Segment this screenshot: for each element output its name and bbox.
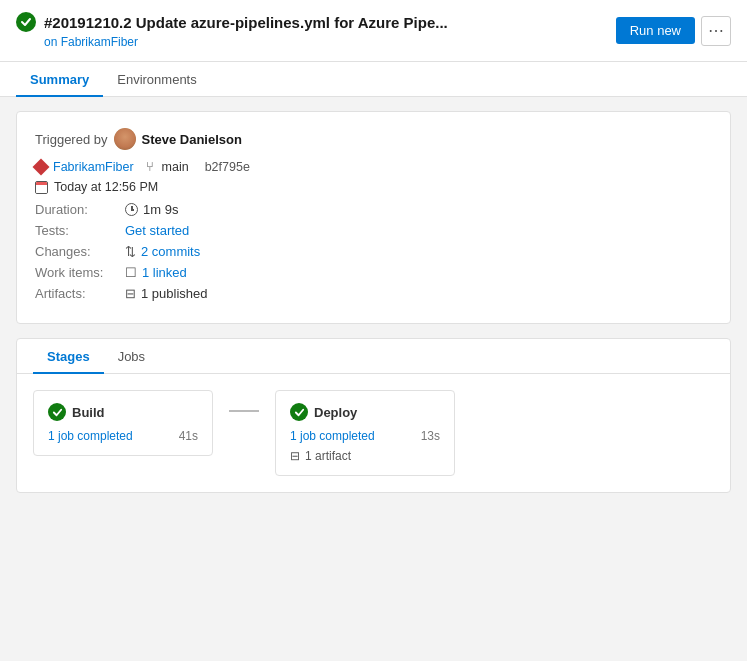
- duration-row: Duration: 1m 9s: [35, 202, 712, 217]
- deploy-stage-meta: 1 job completed 13s: [290, 429, 440, 443]
- timestamp: Today at 12:56 PM: [54, 180, 158, 194]
- repo-link[interactable]: FabrikamFiber: [53, 160, 134, 174]
- build-stage-success-icon: [48, 403, 66, 421]
- commits-icon: ⇅: [125, 244, 136, 259]
- stages-card: Stages Jobs Build 1 job completed: [16, 338, 731, 493]
- build-title: #20191210.2 Update azure-pipelines.yml f…: [44, 14, 448, 31]
- workitems-label: Work items:: [35, 265, 125, 280]
- build-stage-name: Build: [72, 405, 105, 420]
- workitem-icon: ☐: [125, 265, 137, 280]
- clock-icon: [125, 203, 138, 216]
- build-stage-header: Build: [48, 403, 198, 421]
- branch-name: main: [162, 160, 189, 174]
- stage-connector: [229, 410, 259, 412]
- diamond-icon: [35, 161, 47, 173]
- branch-icon: ⑂: [146, 160, 154, 174]
- changes-label: Changes:: [35, 244, 125, 259]
- triggered-label: Triggered by: [35, 132, 108, 147]
- more-options-button[interactable]: ⋯: [701, 16, 731, 46]
- calendar-icon: [35, 181, 48, 194]
- deploy-stage-card: Deploy 1 job completed 13s ⊟ 1 artifact: [275, 390, 455, 476]
- triggered-name: Steve Danielson: [142, 132, 242, 147]
- deploy-stage-success-icon: [290, 403, 308, 421]
- artifacts-value: ⊟ 1 published: [125, 286, 208, 301]
- commit-hash: b2f795e: [205, 160, 250, 174]
- triggered-row: Triggered by Steve Danielson: [35, 128, 712, 150]
- more-dots-icon: ⋯: [708, 21, 724, 40]
- duration-text: 1m 9s: [143, 202, 178, 217]
- deploy-stage-name: Deploy: [314, 405, 357, 420]
- build-jobs-label[interactable]: 1 job completed: [48, 429, 133, 443]
- header: #20191210.2 Update azure-pipelines.yml f…: [0, 0, 747, 62]
- changes-row: Changes: ⇅ 2 commits: [35, 244, 712, 259]
- artifacts-row: Artifacts: ⊟ 1 published: [35, 286, 712, 301]
- stages-tabs: Stages Jobs: [17, 339, 730, 374]
- tests-row: Tests: Get started: [35, 223, 712, 238]
- deploy-stage-header: Deploy: [290, 403, 440, 421]
- artifact-icon: ⊟: [125, 286, 136, 301]
- summary-card: Triggered by Steve Danielson FabrikamFib…: [16, 111, 731, 324]
- workitems-value: ☐ 1 linked: [125, 265, 187, 280]
- avatar-face: [114, 128, 136, 150]
- build-stage-meta: 1 job completed 41s: [48, 429, 198, 443]
- deploy-artifact-icon: ⊟: [290, 449, 300, 463]
- repo-row: FabrikamFiber ⑂ main b2f795e: [35, 160, 712, 174]
- detail-section: Duration: 1m 9s Tests: Get started Chang…: [35, 202, 712, 301]
- duration-label: Duration:: [35, 202, 125, 217]
- deploy-artifact-label: 1 artifact: [305, 449, 351, 463]
- changes-link[interactable]: 2 commits: [141, 244, 200, 259]
- build-duration: 41s: [179, 429, 198, 443]
- tab-jobs[interactable]: Jobs: [104, 339, 159, 374]
- build-stage-card: Build 1 job completed 41s: [33, 390, 213, 456]
- org-link[interactable]: on FabrikamFiber: [44, 35, 448, 49]
- workitems-link[interactable]: 1 linked: [142, 265, 187, 280]
- header-title-row: #20191210.2 Update azure-pipelines.yml f…: [16, 12, 448, 32]
- deploy-jobs-label[interactable]: 1 job completed: [290, 429, 375, 443]
- main-tabs: Summary Environments: [0, 62, 747, 97]
- tests-value: Get started: [125, 223, 189, 238]
- stages-content: Build 1 job completed 41s Deploy: [17, 374, 730, 492]
- avatar: [114, 128, 136, 150]
- timestamp-row: Today at 12:56 PM: [35, 180, 712, 194]
- tests-label: Tests:: [35, 223, 125, 238]
- tests-link[interactable]: Get started: [125, 223, 189, 238]
- duration-value: 1m 9s: [125, 202, 178, 217]
- build-success-icon: [16, 12, 36, 32]
- header-actions: Run new ⋯: [616, 16, 731, 46]
- deploy-artifact-row: ⊟ 1 artifact: [290, 449, 440, 463]
- tab-environments[interactable]: Environments: [103, 62, 210, 97]
- tab-summary[interactable]: Summary: [16, 62, 103, 97]
- main-content: Triggered by Steve Danielson FabrikamFib…: [0, 97, 747, 507]
- header-left: #20191210.2 Update azure-pipelines.yml f…: [16, 12, 448, 49]
- run-new-button[interactable]: Run new: [616, 17, 695, 44]
- changes-value: ⇅ 2 commits: [125, 244, 200, 259]
- deploy-duration: 13s: [421, 429, 440, 443]
- artifacts-text: 1 published: [141, 286, 208, 301]
- artifacts-label: Artifacts:: [35, 286, 125, 301]
- workitems-row: Work items: ☐ 1 linked: [35, 265, 712, 280]
- tab-stages[interactable]: Stages: [33, 339, 104, 374]
